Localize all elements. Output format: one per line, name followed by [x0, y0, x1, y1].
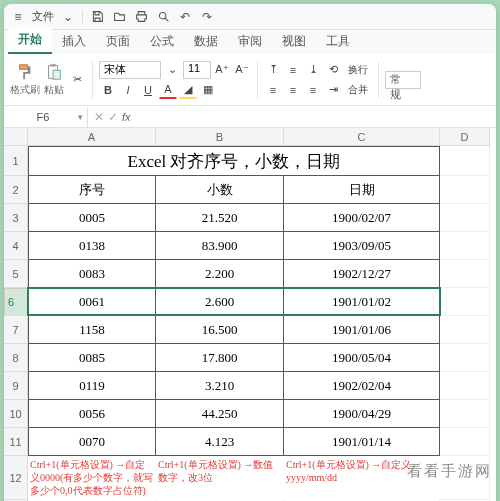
row-header[interactable]: 2 — [4, 176, 28, 204]
print-icon[interactable] — [133, 9, 149, 25]
row-header[interactable]: 8 — [4, 344, 28, 372]
align-top-icon[interactable]: ⤒ — [264, 61, 282, 79]
col-header-c[interactable]: C — [284, 128, 440, 146]
tab-tools[interactable]: 工具 — [316, 29, 360, 54]
select-all-corner[interactable] — [4, 128, 28, 146]
fill-color-icon[interactable]: ◢ — [179, 81, 197, 99]
row-header[interactable]: 3 — [4, 204, 28, 232]
cell[interactable]: 1901/01/06 — [284, 316, 440, 344]
cell[interactable]: 83.900 — [156, 232, 284, 260]
tab-data[interactable]: 数据 — [184, 29, 228, 54]
cell[interactable] — [440, 204, 490, 232]
italic-icon[interactable]: I — [119, 81, 137, 99]
merge-button[interactable]: 合并 — [344, 81, 372, 99]
dropdown-icon[interactable]: ⌄ — [60, 9, 76, 25]
hamburger-icon[interactable]: ≡ — [10, 9, 26, 25]
row-header[interactable]: 6 — [4, 288, 28, 316]
cell[interactable]: 1900/04/29 — [284, 400, 440, 428]
row-header[interactable]: 12 — [4, 456, 28, 500]
row-header[interactable]: 5 — [4, 260, 28, 288]
sheet-title[interactable]: Excel 对齐序号，小数，日期 — [28, 146, 440, 176]
cell[interactable] — [440, 372, 490, 400]
table-header[interactable]: 小数 — [156, 176, 284, 204]
bold-icon[interactable]: B — [99, 81, 117, 99]
cell[interactable]: 17.800 — [156, 344, 284, 372]
align-center-icon[interactable]: ≡ — [284, 81, 302, 99]
row-header[interactable]: 1 — [4, 146, 28, 176]
cell[interactable]: 1902/12/27 — [284, 260, 440, 288]
cell[interactable]: 0005 — [28, 204, 156, 232]
align-middle-icon[interactable]: ≡ — [284, 61, 302, 79]
increase-font-icon[interactable]: A⁺ — [213, 61, 231, 79]
table-header[interactable]: 日期 — [284, 176, 440, 204]
align-right-icon[interactable]: ≡ — [304, 81, 322, 99]
redo-icon[interactable]: ↷ — [199, 9, 215, 25]
cancel-formula-icon[interactable]: ✕ — [94, 110, 104, 124]
cell[interactable]: 4.123 — [156, 428, 284, 456]
cell[interactable] — [440, 232, 490, 260]
font-dropdown-icon[interactable]: ⌄ — [163, 61, 181, 79]
spreadsheet-grid[interactable]: A B C D 1 Excel 对齐序号，小数，日期 2 序号 小数 日期 3 … — [4, 128, 496, 501]
save-icon[interactable] — [89, 9, 105, 25]
tab-review[interactable]: 审阅 — [228, 29, 272, 54]
cell[interactable] — [440, 260, 490, 288]
table-header[interactable]: 序号 — [28, 176, 156, 204]
cell[interactable]: 1158 — [28, 316, 156, 344]
undo-icon[interactable]: ↶ — [177, 9, 193, 25]
cell[interactable]: 0061 — [28, 288, 156, 316]
border-icon[interactable]: ▦ — [199, 81, 217, 99]
cell[interactable]: 0085 — [28, 344, 156, 372]
accept-formula-icon[interactable]: ✓ — [108, 110, 118, 124]
underline-icon[interactable]: U — [139, 81, 157, 99]
cell[interactable]: 0138 — [28, 232, 156, 260]
cell[interactable]: 1903/09/05 — [284, 232, 440, 260]
cell[interactable]: 16.500 — [156, 316, 284, 344]
cell[interactable] — [440, 400, 490, 428]
cell[interactable]: 0083 — [28, 260, 156, 288]
cell[interactable]: 44.250 — [156, 400, 284, 428]
cell[interactable] — [440, 428, 490, 456]
format-painter-button[interactable]: 格式刷 — [10, 62, 40, 97]
file-menu[interactable]: 文件 — [32, 9, 54, 24]
cut-icon[interactable]: ✂ — [68, 71, 86, 89]
cell[interactable]: 1900/05/04 — [284, 344, 440, 372]
fx-icon[interactable]: fx — [122, 111, 131, 123]
row-header[interactable]: 4 — [4, 232, 28, 260]
row-header[interactable]: 9 — [4, 372, 28, 400]
cell[interactable]: 0056 — [28, 400, 156, 428]
cell[interactable]: 1900/02/07 — [284, 204, 440, 232]
tab-view[interactable]: 视图 — [272, 29, 316, 54]
font-color-icon[interactable]: A — [159, 81, 177, 99]
cell[interactable] — [440, 456, 490, 500]
cell[interactable]: 0070 — [28, 428, 156, 456]
orientation-icon[interactable]: ⟲ — [324, 61, 342, 79]
row-header[interactable]: 7 — [4, 316, 28, 344]
cell[interactable]: 0119 — [28, 372, 156, 400]
row-header[interactable]: 11 — [4, 428, 28, 456]
paste-button[interactable]: 粘贴 — [44, 62, 64, 97]
tab-page[interactable]: 页面 — [96, 29, 140, 54]
folder-icon[interactable] — [111, 9, 127, 25]
align-bottom-icon[interactable]: ⤓ — [304, 61, 322, 79]
name-box[interactable] — [8, 107, 78, 127]
indent-icon[interactable]: ⇥ — [324, 81, 342, 99]
cell[interactable]: 3.210 — [156, 372, 284, 400]
cell[interactable] — [440, 288, 490, 316]
wrap-text-button[interactable]: 换行 — [344, 61, 372, 79]
namebox-dropdown-icon[interactable]: ▾ — [78, 112, 83, 122]
tab-insert[interactable]: 插入 — [52, 29, 96, 54]
cell[interactable] — [440, 316, 490, 344]
col-header-a[interactable]: A — [28, 128, 156, 146]
cell[interactable]: 1901/01/14 — [284, 428, 440, 456]
cell[interactable] — [440, 344, 490, 372]
col-header-b[interactable]: B — [156, 128, 284, 146]
cell[interactable]: 1901/01/02 — [284, 288, 440, 316]
cell[interactable]: 2.600 — [156, 288, 284, 316]
align-left-icon[interactable]: ≡ — [264, 81, 282, 99]
number-format-select[interactable]: 常规 — [385, 71, 421, 89]
cell[interactable]: 1902/02/04 — [284, 372, 440, 400]
tab-formula[interactable]: 公式 — [140, 29, 184, 54]
cell[interactable]: 2.200 — [156, 260, 284, 288]
tab-home[interactable]: 开始 — [8, 27, 52, 54]
cell[interactable] — [440, 146, 490, 176]
